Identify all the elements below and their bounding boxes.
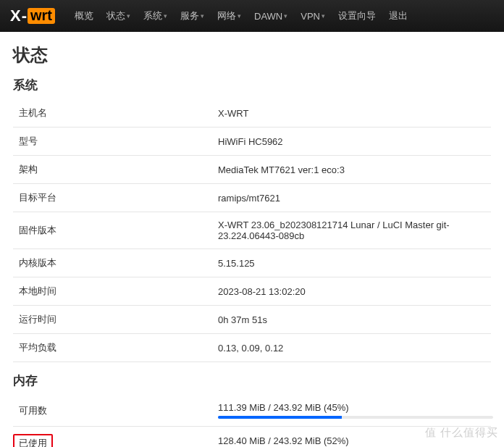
- nav-item-0[interactable]: 概览: [68, 0, 100, 32]
- nav-item-8[interactable]: 退出: [382, 0, 414, 32]
- caret-down-icon: ▾: [127, 12, 130, 20]
- nav-item-label: 服务: [180, 9, 199, 22]
- row-firmware: 固件版本 X-WRT 23.06_b202308121714 Lunar / L…: [13, 212, 491, 249]
- label-mem-used: 已使用: [19, 434, 218, 447]
- label-firmware: 固件版本: [19, 224, 218, 237]
- nav-item-label: 退出: [389, 9, 408, 22]
- row-mem-used: 已使用 128.40 MiB / 243.92 MiB (52%): [13, 427, 491, 447]
- value-target: ramips/mt7621: [218, 193, 280, 204]
- highlight-box: 已使用: [13, 434, 53, 447]
- row-mem-available: 可用数 111.39 MiB / 243.92 MiB (45%): [13, 395, 491, 427]
- nav-item-5[interactable]: DAWN▾: [248, 0, 294, 32]
- logo-text-x: X: [10, 7, 21, 25]
- value-firmware: X-WRT 23.06_b202308121714 Lunar / LuCI M…: [218, 220, 491, 241]
- mem-used-text: 128.40 MiB / 243.92 MiB (52%): [218, 435, 493, 446]
- section-title-system: 系统: [13, 77, 491, 93]
- nav-item-label: 概览: [75, 9, 93, 22]
- value-load: 0.13, 0.09, 0.12: [218, 343, 283, 354]
- row-localtime: 本地时间 2023-08-21 13:02:20: [13, 277, 491, 306]
- label-load: 平均负载: [19, 341, 218, 354]
- nav-item-label: DAWN: [254, 11, 282, 22]
- mem-available-bar: [218, 416, 493, 419]
- system-table: 主机名 X-WRT 型号 HiWiFi HC5962 架构 MediaTek M…: [13, 99, 491, 362]
- label-model: 型号: [19, 135, 218, 148]
- row-kernel: 内核版本 5.15.125: [13, 249, 491, 277]
- nav-item-label: 网络: [217, 9, 236, 22]
- caret-down-icon: ▾: [238, 12, 241, 20]
- label-arch: 架构: [19, 163, 218, 176]
- value-hostname: X-WRT: [218, 108, 248, 119]
- label-localtime: 本地时间: [19, 285, 218, 298]
- value-arch: MediaTek MT7621 ver:1 eco:3: [218, 164, 345, 175]
- nav-item-4[interactable]: 网络▾: [211, 0, 248, 32]
- caret-down-icon: ▾: [201, 12, 204, 20]
- row-target: 目标平台 ramips/mt7621: [13, 184, 491, 212]
- memory-table: 可用数 111.39 MiB / 243.92 MiB (45%) 已使用 12…: [13, 395, 491, 447]
- value-mem-used: 128.40 MiB / 243.92 MiB (52%): [218, 435, 493, 448]
- label-kernel: 内核版本: [19, 256, 218, 270]
- brand-logo[interactable]: X - wrt: [10, 7, 55, 25]
- value-model: HiWiFi HC5962: [218, 136, 283, 147]
- row-uptime: 运行时间 0h 37m 51s: [13, 306, 491, 334]
- label-hostname: 主机名: [19, 106, 218, 120]
- nav-item-label: 状态: [106, 9, 125, 22]
- nav-item-label: 系统: [143, 9, 162, 22]
- nav-item-2[interactable]: 系统▾: [137, 0, 174, 32]
- row-arch: 架构 MediaTek MT7621 ver:1 eco:3: [13, 156, 491, 184]
- label-target: 目标平台: [19, 191, 218, 204]
- nav-item-6[interactable]: VPN▾: [294, 0, 332, 32]
- section-title-memory: 内存: [13, 372, 491, 389]
- nav-item-7[interactable]: 设置向导: [332, 0, 382, 32]
- navbar: X - wrt 概览状态▾系统▾服务▾网络▾DAWN▾VPN▾设置向导退出: [0, 0, 504, 32]
- nav-item-3[interactable]: 服务▾: [174, 0, 211, 32]
- nav-item-label: VPN: [301, 11, 320, 22]
- caret-down-icon: ▾: [322, 12, 325, 20]
- row-load: 平均负载 0.13, 0.09, 0.12: [13, 334, 491, 362]
- page-content: 状态 系统 主机名 X-WRT 型号 HiWiFi HC5962 架构 Medi…: [0, 32, 504, 447]
- mem-available-text: 111.39 MiB / 243.92 MiB (45%): [218, 402, 493, 413]
- row-hostname: 主机名 X-WRT: [13, 99, 491, 128]
- nav-items: 概览状态▾系统▾服务▾网络▾DAWN▾VPN▾设置向导退出: [68, 0, 414, 32]
- nav-item-1[interactable]: 状态▾: [100, 0, 137, 32]
- value-localtime: 2023-08-21 13:02:20: [218, 286, 306, 297]
- row-model: 型号 HiWiFi HC5962: [13, 128, 491, 156]
- caret-down-icon: ▾: [164, 12, 167, 20]
- nav-item-label: 设置向导: [338, 9, 376, 22]
- label-mem-available: 可用数: [19, 404, 218, 417]
- logo-text-wrt: wrt: [28, 8, 55, 24]
- value-mem-available: 111.39 MiB / 243.92 MiB (45%): [218, 402, 493, 419]
- label-uptime: 运行时间: [19, 313, 218, 326]
- caret-down-icon: ▾: [284, 12, 287, 20]
- page-title: 状态: [13, 43, 491, 67]
- logo-text-dash: -: [22, 7, 27, 25]
- mem-available-fill: [218, 416, 342, 419]
- value-kernel: 5.15.125: [218, 258, 255, 269]
- value-uptime: 0h 37m 51s: [218, 314, 267, 325]
